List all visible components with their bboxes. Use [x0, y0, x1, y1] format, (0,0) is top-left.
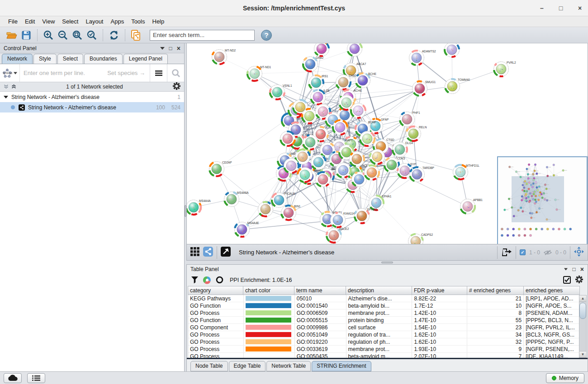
svg-text:ADAMTS2: ADAMTS2	[422, 50, 436, 53]
tab-string-enrichment[interactable]: STRING Enrichment	[312, 361, 371, 371]
network-collection-row[interactable]: String Network - Alzheimer's disease 1	[0, 92, 184, 102]
menu-apps[interactable]: Apps	[107, 17, 128, 26]
table-row[interactable]: GO ProcessGO:0019220regulation of ph...1…	[188, 338, 580, 346]
enrichment-settings-gear-icon[interactable]	[575, 276, 583, 285]
menu-view[interactable]: View	[38, 17, 58, 26]
column-header--enriched-genes[interactable]: # enriched genes	[467, 286, 524, 295]
tab-network[interactable]: Network	[2, 54, 33, 64]
save-session-button[interactable]	[19, 28, 33, 42]
string-view-icon[interactable]	[203, 247, 213, 258]
table-float-icon[interactable]: □	[573, 266, 576, 272]
column-header-description[interactable]: description	[346, 286, 412, 295]
tab-edge-table[interactable]: Edge Table	[229, 361, 266, 371]
cell-fdr-p-value: 1.54E-10	[412, 324, 467, 331]
expand-caret-icon[interactable]	[4, 95, 8, 99]
minimize-button[interactable]: –	[538, 5, 545, 12]
table-scrollbar[interactable]: ▲ ▼	[579, 295, 587, 358]
string-protein-query-icon[interactable]: STRING	[0, 64, 20, 82]
close-button[interactable]: ×	[576, 5, 583, 12]
cell-fdr-p-value: 1.93E-10	[412, 346, 467, 352]
column-header-enriched-genes[interactable]: enriched genes	[524, 286, 580, 295]
tab-legend-panel[interactable]: Legend Panel	[123, 54, 168, 64]
cell-chart-color	[244, 338, 295, 345]
network-options-gear-icon[interactable]	[173, 82, 180, 91]
svg-text:MTHFD1L: MTHFD1L	[466, 164, 479, 167]
set-species-hint[interactable]: Set species →	[107, 70, 145, 76]
column-header-category[interactable]: category	[188, 286, 243, 295]
tab-node-table[interactable]: Node Table	[190, 361, 228, 371]
refresh-icon[interactable]	[107, 28, 121, 42]
grid-mode-icon[interactable]	[190, 247, 199, 258]
cloud-tasks-button[interactable]	[4, 373, 22, 383]
menu-file[interactable]: File	[5, 17, 21, 26]
chart-donut-icon[interactable]	[203, 276, 211, 284]
svg-text:EPHA1: EPHA1	[382, 195, 392, 198]
column-header-fdr-p-value[interactable]: FDR p-value	[412, 286, 467, 295]
cell-chart-color	[244, 346, 295, 352]
help-icon[interactable]: ?	[261, 30, 272, 41]
cell-enriched-genes: [BCL3, NGFR, GS...	[524, 331, 580, 338]
scroll-down-icon[interactable]: ▼	[579, 351, 586, 357]
column-header-term-name[interactable]: term name	[294, 286, 346, 295]
svg-text:DLG4: DLG4	[405, 141, 413, 145]
maximize-button[interactable]: □	[557, 5, 564, 12]
search-input[interactable]	[150, 30, 255, 41]
table-row[interactable]: GO FunctionGO:0005515protein binding1.47…	[188, 317, 580, 324]
network-from-clipboard-icon[interactable]	[129, 28, 143, 42]
svg-text:IL1B: IL1B	[323, 89, 329, 92]
zoom-in-icon[interactable]	[41, 28, 56, 42]
chart-color-swatch	[246, 310, 291, 315]
zoom-selected-icon[interactable]	[85, 28, 99, 42]
detach-view-icon[interactable]	[221, 247, 231, 258]
table-row[interactable]: GO ProcessGO:0051049regulation of tra...…	[188, 331, 580, 338]
close-panel-icon[interactable]: ×	[177, 45, 180, 52]
table-row[interactable]: GO ProcessGO:0050435beta-amyloid m...2.0…	[188, 353, 580, 358]
status-bar: Memory	[0, 371, 588, 384]
menu-select[interactable]: Select	[58, 17, 82, 26]
tab-style[interactable]: Style	[33, 54, 57, 64]
expand-all-icon[interactable]	[11, 84, 16, 90]
cell-enriched-genes: [NGFR, PSENEN,...	[524, 346, 580, 352]
cell-category: GO Process	[188, 331, 244, 338]
memory-button[interactable]: Memory	[546, 373, 584, 383]
navigator-icon[interactable]	[574, 247, 584, 258]
table-row[interactable]: GO ProcessGO:0033619membrane prot...1.93…	[188, 346, 580, 353]
tab-network-table[interactable]: Network Table	[266, 361, 311, 371]
table-row[interactable]: GO ComponentGO:0009986cell surface1.54E-…	[188, 324, 580, 331]
tab-boundaries[interactable]: Boundaries	[84, 54, 123, 64]
export-network-icon[interactable]	[501, 247, 512, 258]
string-term-input[interactable]	[20, 70, 107, 76]
network-row[interactable]: String Network - Alzheimer's disease 100…	[0, 102, 184, 112]
select-columns-icon[interactable]	[563, 276, 571, 284]
menu-layout[interactable]: Layout	[82, 17, 107, 26]
query-search-icon[interactable]	[167, 64, 184, 82]
table-row[interactable]: GO ProcessGO:0006509membrane prot...1.42…	[188, 309, 580, 317]
query-options-icon[interactable]	[150, 64, 167, 82]
scrollbar-thumb[interactable]	[579, 303, 586, 319]
scroll-up-icon[interactable]: ▲	[579, 295, 586, 302]
panel-menu-icon[interactable]	[160, 47, 165, 50]
collapse-all-icon[interactable]	[4, 84, 9, 90]
table-row[interactable]: KEGG Pathways05010Alzheimer's dise...8.8…	[188, 295, 580, 302]
menu-edit[interactable]: Edit	[21, 17, 38, 26]
ring-chart-icon[interactable]	[216, 276, 223, 284]
zoom-fit-icon[interactable]	[70, 28, 85, 42]
zoom-out-icon[interactable]	[56, 28, 70, 42]
task-list-button[interactable]	[27, 373, 45, 383]
float-panel-icon[interactable]: □	[169, 45, 172, 52]
menu-help[interactable]: Help	[149, 17, 168, 26]
tab-select[interactable]: Select	[57, 54, 83, 64]
cell-gene-count: 7	[467, 353, 524, 358]
table-splitter[interactable]	[186, 261, 588, 264]
table-close-icon[interactable]: ×	[580, 266, 584, 273]
filter-icon[interactable]	[191, 276, 199, 284]
network-view-title: String Network - Alzheimer's disease	[239, 249, 493, 256]
svg-text:ABCA7: ABCA7	[356, 62, 366, 66]
table-panel-menu-icon[interactable]	[564, 268, 568, 271]
menu-tools[interactable]: Tools	[128, 17, 148, 26]
open-file-button[interactable]	[5, 28, 19, 42]
svg-text:CD2AP: CD2AP	[222, 161, 232, 164]
table-row[interactable]: GO FunctionGO:0001540beta-amyloid bi...1…	[188, 302, 580, 309]
column-header-chart-color[interactable]: chart color	[243, 286, 294, 295]
birdseye-view[interactable]	[497, 156, 588, 246]
